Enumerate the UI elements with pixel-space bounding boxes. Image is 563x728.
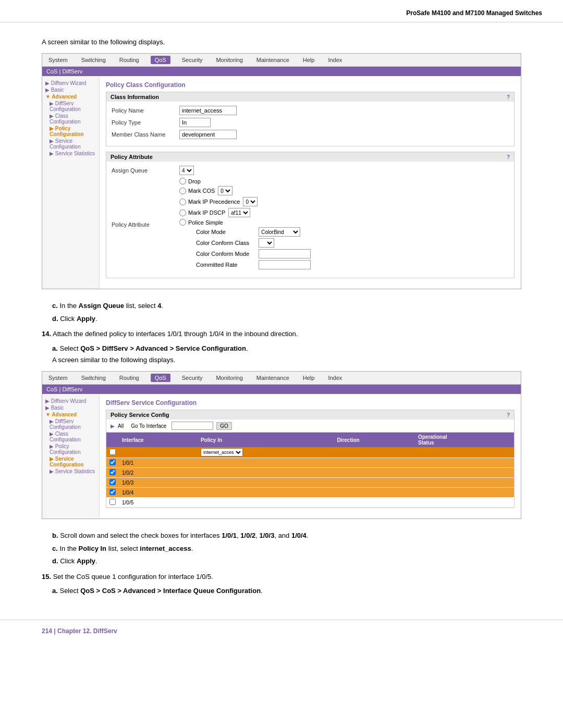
sidebar2-policy-config[interactable]: ▶ PolicyConfiguration [50, 443, 96, 455]
nav-routing[interactable]: Routing [117, 56, 141, 64]
nav-help[interactable]: Help [301, 56, 317, 64]
sidebar-diffserv-wizard[interactable]: ▶ Diffserv Wizard [45, 80, 96, 86]
sidebar2-diffserv-wizard[interactable]: ▶ Diffserv Wizard [45, 398, 96, 404]
color-conform-class-select[interactable] [259, 238, 274, 248]
radio-mark-ip-prec[interactable] [179, 199, 186, 205]
policy-attr-label: Policy Attribute [111, 154, 153, 160]
ui-navbar-1: System Switching Routing QoS Security Mo… [42, 54, 521, 67]
step-14a: a. Select QoS > DiffServ > Advanced > Se… [52, 343, 521, 354]
color-mode-select[interactable]: ColorBind [259, 227, 300, 237]
row5-direction [334, 498, 415, 508]
policy-type-input[interactable] [179, 118, 211, 127]
radio-police-simple[interactable] [179, 219, 186, 226]
edit-checkbox[interactable] [109, 449, 116, 455]
class-info-help-icon[interactable]: ? [507, 94, 510, 100]
police-simple-fields: Color Mode ColorBind Color Conform Class… [188, 227, 311, 269]
goto-button[interactable]: GO [216, 422, 232, 430]
row3-checkbox[interactable] [109, 479, 116, 485]
sidebar2-class-config[interactable]: ▶ ClassConfiguration [50, 431, 96, 442]
policy-attr-card: Policy Attribute ? Assign Queue 4 Policy… [106, 152, 515, 278]
goto-field-label: Go To Interface [131, 423, 166, 429]
sidebar-basic[interactable]: ▶ Basic [45, 87, 96, 93]
col-direction: Direction [334, 433, 415, 447]
nav2-index[interactable]: Index [326, 374, 344, 382]
committed-rate-input[interactable] [259, 260, 311, 269]
row1-checkbox[interactable] [109, 459, 116, 465]
goto-interface-input[interactable] [172, 422, 213, 430]
sidebar-class-config[interactable]: ▶ ClassConfiguration [50, 113, 96, 125]
member-class-input[interactable] [179, 130, 237, 139]
edit-policy-in-select[interactable]: internet_acces [201, 448, 243, 456]
radio-mark-cos[interactable] [179, 188, 186, 194]
nav2-security[interactable]: Security [180, 374, 205, 382]
edit-direction-cell [334, 447, 415, 458]
sidebar2-basic[interactable]: ▶ Basic [45, 405, 96, 411]
nav2-help[interactable]: Help [301, 374, 317, 382]
sidebar-diffserv-config[interactable]: ▶ DiffServConfiguration [50, 101, 96, 112]
radio-mark-cos-label: Mark COS [188, 188, 215, 194]
intro-2-indent: A screen similar to the following displa… [52, 356, 521, 364]
nav-monitoring[interactable]: Monitoring [214, 56, 244, 64]
nav2-switching[interactable]: Switching [79, 374, 108, 382]
row5-status [415, 498, 514, 508]
step-15-num: 15. [42, 573, 51, 581]
mark-ip-prec-select[interactable]: 0 [243, 197, 258, 206]
mark-cos-select[interactable]: 0 [218, 186, 232, 195]
row2-status [415, 468, 514, 478]
sidebar2-advanced[interactable]: ▼ Advanced [45, 412, 96, 417]
step-14-num: 14. [42, 330, 51, 338]
nav-system[interactable]: System [46, 56, 70, 64]
nav2-monitoring[interactable]: Monitoring [214, 374, 244, 382]
row2-checkbox[interactable] [109, 469, 116, 475]
nav2-qos[interactable]: QoS [151, 374, 170, 382]
sidebar-policy-config[interactable]: ▶ PolicyConfiguration [50, 126, 96, 137]
step-15a: a. Select QoS > CoS > Advanced > Interfa… [52, 586, 521, 596]
subbar-diffserv[interactable]: DiffServ [62, 68, 82, 75]
sidebar-service-stats[interactable]: ▶ Service Statistics [50, 151, 96, 156]
row4-checkbox[interactable] [109, 489, 116, 495]
row5-checkbox[interactable] [109, 499, 116, 505]
row5-policy-in [198, 498, 334, 508]
nav2-maintenance[interactable]: Maintenance [254, 374, 291, 382]
goto-row: ▶ All Go To Interface GO [106, 419, 514, 433]
policy-name-input[interactable] [179, 106, 237, 115]
subbar2-cos[interactable]: CoS [46, 386, 57, 392]
step-b-letter: b. [52, 532, 58, 539]
nav-index[interactable]: Index [326, 56, 344, 64]
nav-maintenance[interactable]: Maintenance [254, 56, 291, 64]
policy-service-help-icon[interactable]: ? [507, 412, 510, 418]
radio-mark-cos-row: Mark COS 0 [179, 186, 311, 195]
nav2-system[interactable]: System [46, 374, 70, 382]
row3-policy-in [198, 478, 334, 488]
step-14a-letter: a. [52, 344, 58, 352]
subbar2-diffserv[interactable]: DiffServ [62, 386, 82, 392]
row1-status [415, 458, 514, 468]
nav-switching[interactable]: Switching [79, 56, 108, 64]
nav2-routing[interactable]: Routing [117, 374, 141, 382]
sidebar2-service-stats[interactable]: ▶ Service Statistics [50, 468, 96, 474]
assign-queue-select[interactable]: 4 [179, 166, 194, 175]
class-info-card: Class Information ? Policy Name Policy T… [106, 92, 515, 146]
sidebar2-service-config[interactable]: ▶ ServiceConfiguration [50, 456, 96, 467]
table-row-2: 1/0/2 [106, 468, 514, 478]
sidebar2-diffserv-config[interactable]: ▶ DiffServConfiguration [50, 418, 96, 430]
color-conform-mode-input[interactable] [259, 249, 311, 258]
step-d2-letter: d. [52, 557, 58, 565]
mark-ip-dscp-select[interactable]: af11 [228, 208, 250, 217]
radio-mark-ip-dscp[interactable] [179, 209, 186, 216]
nav-qos[interactable]: QoS [151, 56, 170, 64]
radio-police-simple-row: Police Simple [179, 219, 311, 226]
row3-status [415, 478, 514, 488]
step-15: 15. Set the CoS queue 1 configuration fo… [42, 572, 521, 582]
diffserv-service-title: DiffServ Service Configuration [106, 399, 515, 406]
policy-type-label: Policy Type [112, 119, 179, 126]
sidebar-advanced[interactable]: ▼ Advanced [45, 94, 96, 100]
step-14: 14. Attach the defined policy to interfa… [42, 329, 521, 339]
radio-drop[interactable] [179, 178, 186, 184]
page-header: ProSafe M4100 and M7100 Managed Switches [0, 0, 563, 22]
step-c2-val: internet_access [140, 545, 191, 552]
nav-security[interactable]: Security [180, 56, 205, 64]
subbar-cos[interactable]: CoS [46, 68, 57, 75]
policy-attr-help-icon[interactable]: ? [507, 154, 510, 160]
sidebar-service-config[interactable]: ▶ ServiceConfiguration [50, 138, 96, 150]
